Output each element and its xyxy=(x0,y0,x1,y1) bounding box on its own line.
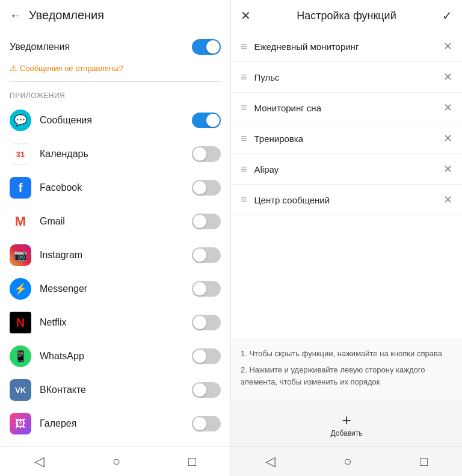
add-button[interactable]: + Добавить xyxy=(231,407,462,442)
app-icon-netflix: N xyxy=(10,312,31,333)
left-page-title: Уведомления xyxy=(29,8,104,22)
app-row: NNetflix xyxy=(10,306,221,339)
remove-function-icon[interactable]: ✕ xyxy=(443,70,452,84)
app-icon-instagram: 📷 xyxy=(10,244,31,266)
drag-handle-icon[interactable]: ≡ xyxy=(241,71,247,84)
app-name: Facebook xyxy=(40,182,82,193)
add-label: Добавить xyxy=(330,429,362,437)
app-name: Галерея xyxy=(40,418,76,429)
remove-function-icon[interactable]: ✕ xyxy=(443,193,452,206)
toggle-calendar[interactable] xyxy=(192,146,221,162)
app-left: fFacebook xyxy=(10,177,82,199)
notifications-toggle[interactable] xyxy=(192,39,221,55)
right-nav-back[interactable]: ◁ xyxy=(265,454,276,469)
function-row: ≡Пульс✕ xyxy=(231,62,462,93)
toggle-gallery[interactable] xyxy=(192,416,221,431)
drag-handle-icon[interactable]: ≡ xyxy=(241,194,247,206)
app-icon-messages: 💬 xyxy=(10,110,31,131)
app-left: NNetflix xyxy=(10,312,66,333)
app-row: ⚡Messenger xyxy=(10,272,221,306)
app-row: 🎙Диктофон xyxy=(10,440,221,446)
function-name: Мониторинг сна xyxy=(254,103,436,113)
function-name: Пульс xyxy=(254,72,436,82)
app-name: WhatsApp xyxy=(40,351,84,362)
app-icon-gmail: M xyxy=(10,211,31,232)
app-row: VKВКонтакте xyxy=(10,373,221,407)
drag-handle-icon[interactable]: ≡ xyxy=(241,40,247,53)
right-nav-recent[interactable]: □ xyxy=(420,454,428,469)
hint-text-1: 1. Чтобы скрыть функции, нажимайте на кн… xyxy=(241,348,452,360)
toggle-whatsapp[interactable] xyxy=(192,348,221,364)
app-left: 📱WhatsApp xyxy=(10,345,84,367)
app-name: Messenger xyxy=(40,283,87,294)
app-name: Сообщения xyxy=(40,115,92,126)
left-nav-recent[interactable]: □ xyxy=(188,454,196,469)
app-left: 🖼Галерея xyxy=(10,413,76,434)
left-panel: ← Уведомления Уведомления ⚠ Сообщения не… xyxy=(0,0,231,476)
app-name: Gmail xyxy=(40,216,65,227)
toggle-messages[interactable] xyxy=(192,113,221,128)
app-name: ВКонтакте xyxy=(40,385,86,395)
add-plus-icon: + xyxy=(342,412,351,428)
function-row: ≡Мониторинг сна✕ xyxy=(231,93,462,123)
app-icon-vk: VK xyxy=(10,379,31,401)
remove-function-icon[interactable]: ✕ xyxy=(443,132,452,145)
error-icon: ⚠ xyxy=(10,63,17,73)
app-icon-whatsapp: 📱 xyxy=(10,345,31,367)
app-name: Instagram xyxy=(40,250,82,261)
toggle-facebook[interactable] xyxy=(192,180,221,196)
function-name: Тренировка xyxy=(254,134,436,144)
drag-handle-icon[interactable]: ≡ xyxy=(241,132,247,145)
toggle-gmail[interactable] xyxy=(192,214,221,229)
left-header: ← Уведомления xyxy=(0,0,230,31)
function-row: ≡Alipay✕ xyxy=(231,154,462,185)
function-name: Центр сообщений xyxy=(254,195,436,205)
function-row: ≡Центр сообщений✕ xyxy=(231,185,462,215)
app-icon-calendar: 31 xyxy=(10,143,31,165)
left-content: Уведомления ⚠ Сообщения не отправлены? П… xyxy=(0,31,230,446)
app-row: 🖼Галерея xyxy=(10,407,221,440)
app-row: 💬Сообщения xyxy=(10,104,221,137)
left-nav-back[interactable]: ◁ xyxy=(34,454,45,469)
app-name: Netflix xyxy=(40,317,66,328)
remove-function-icon[interactable]: ✕ xyxy=(443,40,452,53)
app-row: 📷Instagram xyxy=(10,238,221,272)
right-panel: ✕ Настройка функций ✓ ≡Ежедневный монито… xyxy=(231,0,462,476)
function-row: ≡Тренировка✕ xyxy=(231,123,462,154)
app-list: 💬Сообщения31КалендарьfFacebookMGmail📷Ins… xyxy=(10,104,221,446)
confirm-icon[interactable]: ✓ xyxy=(442,8,452,23)
app-left: MGmail xyxy=(10,211,65,232)
apps-section-heading: ПРИЛОЖЕНИЯ xyxy=(10,84,221,104)
remove-function-icon[interactable]: ✕ xyxy=(443,101,452,114)
back-icon[interactable]: ← xyxy=(10,8,22,22)
toggle-instagram[interactable] xyxy=(192,247,221,263)
function-name: Alipay xyxy=(254,164,436,175)
right-nav-home[interactable]: ○ xyxy=(343,454,351,469)
app-name: Календарь xyxy=(40,149,88,159)
hint-section: 1. Чтобы скрыть функции, нажимайте на кн… xyxy=(231,339,462,401)
app-left: ⚡Messenger xyxy=(10,278,87,300)
notifications-label: Уведомления xyxy=(10,42,70,52)
remove-function-icon[interactable]: ✕ xyxy=(443,162,452,176)
right-page-title: Настройка функций xyxy=(297,10,396,22)
drag-handle-icon[interactable]: ≡ xyxy=(241,102,247,114)
toggle-vk[interactable] xyxy=(192,382,221,398)
divider-1 xyxy=(10,81,221,82)
notifications-row: Уведомления xyxy=(10,31,221,63)
app-icon-facebook: f xyxy=(10,177,31,199)
app-row: fFacebook xyxy=(10,171,221,205)
right-bottom: + Добавить xyxy=(231,401,462,446)
app-icon-messenger: ⚡ xyxy=(10,278,31,300)
app-row: MGmail xyxy=(10,205,221,238)
function-name: Ежедневный мониторинг xyxy=(254,42,436,52)
app-icon-gallery: 🖼 xyxy=(10,413,31,434)
app-left: 📷Instagram xyxy=(10,244,82,266)
left-nav-home[interactable]: ○ xyxy=(112,454,120,469)
error-row[interactable]: ⚠ Сообщения не отправлены? xyxy=(10,63,221,79)
function-row: ≡Ежедневный мониторинг✕ xyxy=(231,31,462,62)
toggle-netflix[interactable] xyxy=(192,315,221,330)
app-left: 31Календарь xyxy=(10,143,88,165)
toggle-messenger[interactable] xyxy=(192,281,221,297)
drag-handle-icon[interactable]: ≡ xyxy=(241,163,247,176)
close-icon[interactable]: ✕ xyxy=(241,8,251,23)
